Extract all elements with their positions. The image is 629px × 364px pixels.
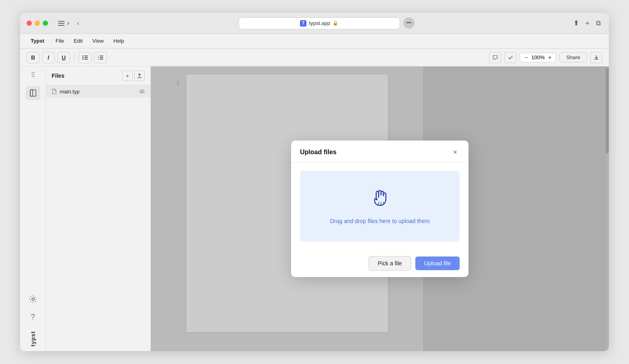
menu-bar: Typst File Edit View Help — [20, 34, 609, 48]
menu-brand[interactable]: Typst — [27, 36, 48, 46]
file-panel: Files + main.typ — [46, 66, 151, 351]
toolbar-right: − 100% + Share — [489, 52, 602, 63]
modal-header: Upload files × — [291, 141, 469, 163]
svg-point-3 — [82, 55, 83, 56]
modal-footer: Pick a file Upload file — [291, 250, 469, 277]
svg-point-23 — [32, 298, 34, 300]
address-input[interactable]: T typst.app 🔒 — [239, 17, 400, 29]
zoom-level: 100% — [531, 54, 545, 60]
ordered-list-button[interactable]: 1. 2. 3. — [94, 52, 107, 63]
new-tab-button[interactable]: + — [584, 18, 591, 29]
more-button[interactable]: ••• — [403, 17, 414, 29]
address-text: typst.app — [309, 20, 330, 26]
file-icon — [52, 89, 56, 94]
svg-text:3.: 3. — [98, 58, 99, 60]
menu-edit[interactable]: Edit — [70, 36, 87, 46]
svg-rect-0 — [58, 21, 65, 22]
upload-modal: Upload files × — [291, 141, 469, 277]
svg-rect-21 — [30, 90, 36, 96]
browser-titlebar: ‹ T typst.app 🔒 ••• ⬆ + ⧉ — [20, 13, 609, 34]
menu-help[interactable]: Help — [109, 36, 128, 46]
check-button[interactable] — [504, 52, 517, 63]
file-item[interactable]: main.typ — [46, 85, 150, 97]
svg-rect-1 — [58, 23, 65, 24]
svg-point-20 — [33, 76, 34, 77]
svg-rect-8 — [84, 59, 88, 60]
svg-point-15 — [31, 72, 33, 73]
menu-file[interactable]: File — [52, 36, 68, 46]
modal-body: Drag and drop files here to upload them — [291, 163, 469, 250]
toolbar-separator-1 — [74, 54, 75, 62]
files-panel-button[interactable] — [26, 86, 40, 100]
sidebar-toggle-button[interactable] — [56, 20, 72, 27]
toolbar: B I U 1. 2. 3. — [20, 49, 609, 66]
download-button[interactable] — [590, 52, 602, 63]
settings-button[interactable] — [26, 292, 40, 306]
bullet-list-button[interactable] — [79, 52, 92, 63]
svg-rect-4 — [84, 56, 88, 56]
svg-point-7 — [82, 58, 83, 60]
share-browser-button[interactable]: ⬆ — [572, 17, 581, 29]
brand-logo: typst — [30, 328, 36, 346]
minimize-traffic-light[interactable] — [35, 21, 40, 26]
share-button[interactable]: Share — [559, 52, 587, 62]
svg-rect-10 — [100, 56, 103, 56]
zoom-out-button[interactable]: − — [523, 54, 529, 61]
modal-title: Upload files — [300, 149, 337, 156]
svg-rect-2 — [58, 25, 65, 26]
pick-file-button[interactable]: Pick a file — [369, 256, 411, 271]
address-bar: T typst.app 🔒 ••• — [86, 17, 567, 29]
zoom-in-button[interactable]: + — [546, 54, 553, 61]
svg-point-5 — [82, 57, 83, 58]
add-file-button[interactable]: + — [122, 70, 133, 81]
grip-icon — [31, 71, 35, 79]
file-panel-title: Files — [52, 72, 65, 79]
help-icon[interactable]: ? — [31, 313, 35, 321]
favicon-icon: T — [300, 20, 306, 27]
upload-file-button[interactable]: Upload file — [415, 256, 460, 270]
menu-view[interactable]: View — [88, 36, 108, 46]
italic-button[interactable]: I — [42, 52, 55, 63]
sidebar-bottom: ? typst — [26, 292, 40, 346]
tabs-button[interactable]: ⧉ — [594, 18, 602, 29]
close-traffic-light[interactable] — [27, 21, 32, 26]
file-name: main.typ — [60, 89, 79, 95]
browser-window: ‹ T typst.app 🔒 ••• ⬆ + ⧉ Typst File Edi… — [20, 13, 609, 351]
svg-rect-12 — [100, 57, 103, 58]
lock-icon: 🔒 — [333, 21, 338, 26]
file-preview-icon[interactable] — [139, 88, 145, 95]
browser-actions: ⬆ + ⧉ — [572, 17, 602, 29]
svg-point-24 — [141, 91, 143, 92]
svg-rect-14 — [100, 59, 103, 60]
svg-rect-6 — [84, 57, 88, 58]
maximize-traffic-light[interactable] — [43, 21, 48, 26]
left-sidebar: ? typst — [20, 66, 46, 351]
underline-button[interactable]: U — [57, 52, 70, 63]
drop-zone-text: Drag and drop files here to upload them — [330, 217, 430, 225]
traffic-lights — [27, 21, 48, 26]
svg-point-16 — [33, 72, 34, 73]
file-panel-actions: + — [122, 70, 145, 81]
svg-point-17 — [31, 74, 33, 75]
drop-zone[interactable]: Drag and drop files here to upload them — [300, 171, 460, 242]
bold-button[interactable]: B — [27, 52, 40, 63]
modal-close-button[interactable]: × — [450, 148, 460, 157]
svg-point-18 — [33, 74, 34, 75]
svg-point-19 — [31, 76, 33, 77]
hand-icon — [370, 187, 390, 211]
svg-rect-22 — [30, 90, 33, 96]
comment-button[interactable] — [489, 52, 501, 63]
file-panel-header: Files + — [46, 66, 150, 85]
browser-controls: ‹ — [56, 19, 81, 28]
upload-file-button[interactable] — [134, 70, 145, 81]
main-content: 1 Upload files × — [151, 66, 609, 351]
zoom-control: − 100% + — [520, 53, 556, 62]
back-button[interactable]: ‹ — [75, 19, 81, 28]
modal-overlay[interactable]: Upload files × — [151, 66, 609, 351]
app-layout: ? typst Files + — [20, 66, 609, 351]
